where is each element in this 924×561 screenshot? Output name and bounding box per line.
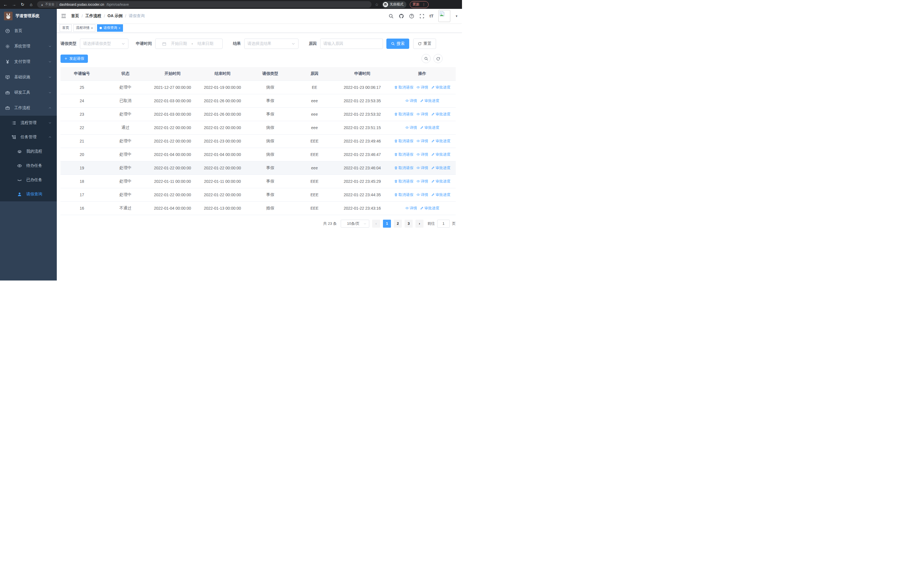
leave-type-select[interactable]: 请选择请假类型 [80,39,128,49]
breadcrumb-item[interactable]: 工作流程 [86,14,101,18]
tab-首页[interactable]: 首页 [60,24,72,32]
progress-link[interactable]: 审批进度 [431,85,451,90]
close-icon[interactable]: × [91,26,93,30]
progress-link[interactable]: 审批进度 [431,138,451,144]
sidebar-fold-icon[interactable] [61,13,66,19]
result-select[interactable]: 请选择流结果 [244,39,298,49]
search-button[interactable]: 搜索 [386,39,409,49]
eye-closed-icon [17,177,22,182]
page-button-1[interactable]: 1 [383,220,391,228]
progress-link[interactable]: 审批进度 [431,112,451,117]
browser-back-icon[interactable]: ← [3,2,8,7]
sidebar-item-label: 我的流程 [26,149,42,154]
breadcrumb-item: 请假查询 [129,14,145,18]
leave-type-placeholder: 请选择请假类型 [83,41,121,46]
table-search-toggle-button[interactable] [422,54,430,63]
sidebar-item-我的流程[interactable]: 我的流程 [0,144,57,158]
bookmark-star-icon[interactable]: ☆ [375,2,379,7]
action-label: 详情 [410,98,417,104]
cell-start: 2022-01-04 00:00:00 [147,148,198,161]
sidebar-item-系统管理[interactable]: 系统管理 [0,39,57,54]
browser-forward-icon[interactable]: → [11,2,16,7]
progress-link[interactable]: 审批进度 [431,165,451,170]
not-secure-warning[interactable]: ▲ 不安全 [40,2,54,7]
cell-id: 18 [60,174,103,188]
sidebar-logo-row[interactable]: 芋道管理系统 [0,9,57,23]
search-icon[interactable] [388,14,394,19]
font-size-icon[interactable]: tT [429,14,434,19]
detail-link[interactable]: 详情 [416,192,428,197]
prev-page-button[interactable]: ‹ [372,220,380,228]
tab-流程详情[interactable]: 流程详情× [74,24,95,32]
apply-time-range-picker[interactable]: 开始日期 - 结束日期 [155,39,223,49]
cell-status: 处理中 [103,81,147,94]
chevron-up-icon [48,106,52,110]
cell-actions: 取消请假详情审批进度 [388,134,456,148]
action-label: 取消请假 [399,138,414,144]
update-button[interactable]: 更新 ⋮ [410,1,429,8]
detail-link[interactable]: 详情 [416,85,428,90]
sidebar-item-待办任务[interactable]: 待办任务 [0,158,57,173]
reason-placeholder: 请输入原因 [323,41,380,46]
avatar-caret-icon[interactable]: ▼ [455,15,458,18]
detail-link[interactable]: 详情 [416,165,428,170]
goto-page-input[interactable]: 1 [437,220,450,228]
cancel-link[interactable]: 取消请假 [394,152,414,157]
progress-link[interactable]: 审批进度 [431,152,451,157]
close-icon[interactable]: × [118,26,120,30]
not-secure-label: 不安全 [45,2,54,7]
detail-link[interactable]: 详情 [405,206,417,211]
cell-status: 处理中 [103,174,147,188]
help-icon[interactable] [409,14,414,19]
progress-link[interactable]: 审批进度 [420,206,440,211]
sidebar-item-已办任务[interactable]: 已办任务 [0,173,57,187]
sidebar-item-研发工具[interactable]: 研发工具 [0,85,57,100]
page-button-2[interactable]: 2 [394,220,402,228]
browser-menu-icon[interactable]: ⋮ [422,2,426,7]
sidebar-item-任务管理[interactable]: 任务管理 [0,130,57,144]
fullscreen-icon[interactable] [419,14,424,19]
detail-link[interactable]: 详情 [416,138,428,144]
reason-input[interactable]: 请输入原因 [320,39,383,49]
detail-link[interactable]: 详情 [416,179,428,184]
detail-link[interactable]: 详情 [405,125,417,130]
page-size-select[interactable]: 10条/页 [341,220,369,228]
next-page-button[interactable]: › [416,220,423,228]
table-refresh-button[interactable] [434,54,442,63]
breadcrumb-item[interactable]: OA 示例 [108,14,122,18]
sidebar-item-支付管理[interactable]: 支付管理 [0,54,57,69]
detail-link[interactable]: 详情 [405,98,417,104]
breadcrumb-item[interactable]: 首页 [71,14,79,18]
page-content: 请假类型 请选择请假类型 申请时间 开始日期 - 结束日期 结果 请选择流结果 [57,33,462,281]
github-icon[interactable] [399,14,404,19]
progress-link[interactable]: 审批进度 [431,192,451,197]
browser-reload-icon[interactable]: ↻ [20,2,25,7]
cancel-link[interactable]: 取消请假 [394,138,414,144]
cancel-link[interactable]: 取消请假 [394,112,414,117]
page-button-3[interactable]: 3 [405,220,412,228]
progress-link[interactable]: 审批进度 [420,98,440,104]
action-label: 详情 [421,165,428,170]
cancel-link[interactable]: 取消请假 [394,192,414,197]
reset-button[interactable]: 重置 [413,39,436,49]
sidebar-item-流程管理[interactable]: 流程管理 [0,116,57,130]
sidebar-item-基础设施[interactable]: 基础设施 [0,69,57,85]
sidebar-item-工作流程[interactable]: 工作流程 [0,100,57,116]
action-label: 审批进度 [424,98,440,104]
url-path: /bpm/oa/leave [106,3,129,7]
address-bar[interactable]: ▲ 不安全 dashboard.yudao.iocoder.cn/bpm/oa/… [37,1,372,8]
browser-home-icon[interactable]: ⌂ [28,2,34,7]
action-label: 审批进度 [436,165,451,170]
progress-link[interactable]: 审批进度 [420,125,440,130]
tab-请假查询[interactable]: 请假查询× [97,24,123,32]
cancel-link[interactable]: 取消请假 [394,179,414,184]
cancel-link[interactable]: 取消请假 [394,165,414,170]
sidebar-item-请假查询[interactable]: 请假查询 [0,187,57,202]
progress-link[interactable]: 审批进度 [431,179,451,184]
avatar[interactable] [438,10,450,22]
detail-link[interactable]: 详情 [416,112,428,117]
sidebar-item-首页[interactable]: 首页 [0,23,57,39]
create-leave-button[interactable]: 发起请假 [60,54,88,63]
cancel-link[interactable]: 取消请假 [394,85,414,90]
detail-link[interactable]: 详情 [416,152,428,157]
